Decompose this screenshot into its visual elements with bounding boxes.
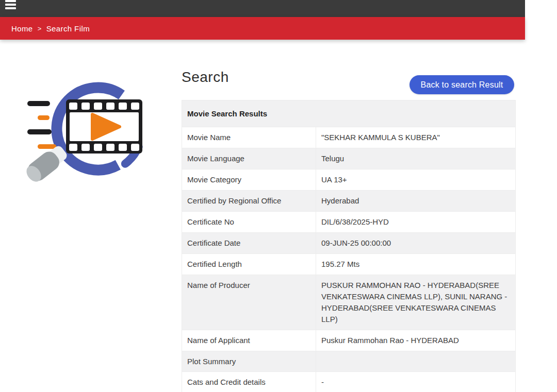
row-value: Telugu: [316, 148, 515, 169]
row-label: Certificate No: [182, 212, 316, 232]
hamburger-menu-icon[interactable]: [5, 0, 17, 10]
row-label: Movie Language: [182, 148, 316, 169]
row-value: [316, 351, 515, 361]
row-value: "SEKHAR KAMMULA S KUBERA": [316, 127, 515, 148]
row-value: PUSKUR RAMMOHAN RAO - HYDERABAD(SREE VEN…: [316, 275, 515, 330]
row-label: Certificate Date: [182, 233, 316, 253]
row-value: UA 13+: [316, 169, 515, 190]
table-row-plot-summary: Plot Summary: [182, 351, 515, 371]
table-row-producer: Name of Producer PUSKUR RAMMOHAN RAO - H…: [182, 275, 515, 330]
row-label: Cats and Credit details: [182, 372, 316, 392]
breadcrumb: Home > Search Film: [0, 17, 525, 40]
table-row-regional-office: Certified by Regional Office Hyderabad: [182, 190, 515, 211]
row-value: 09-JUN-25 00:00:00: [316, 233, 515, 253]
table-row-certified-length: Certified Length 195.27 Mts: [182, 253, 515, 275]
page-title: Search: [182, 69, 229, 86]
row-value: Puskur Rammohan Rao - HYDERABAD: [316, 330, 515, 351]
movie-search-results-table: Movie Search Results Movie Name "SEKHAR …: [182, 100, 516, 392]
chevron-right-icon: >: [38, 25, 42, 32]
table-row-applicant: Name of Applicant Puskur Rammohan Rao - …: [182, 330, 515, 351]
row-label: Certified Length: [182, 254, 316, 275]
row-label: Plot Summary: [182, 351, 316, 371]
table-row-cast-credit: Cats and Credit details -: [182, 371, 515, 392]
row-value: 195.27 Mts: [316, 254, 515, 275]
table-row-certificate-date: Certificate Date 09-JUN-25 00:00:00: [182, 232, 515, 253]
row-value: -: [316, 372, 515, 392]
back-to-search-result-button[interactable]: Back to search Result: [409, 75, 514, 94]
table-body: Movie Name "SEKHAR KAMMULA S KUBERA" Mov…: [182, 127, 515, 392]
breadcrumb-current-page: Search Film: [46, 24, 90, 33]
top-navbar: [0, 0, 525, 17]
table-row-movie-language: Movie Language Telugu: [182, 148, 515, 169]
row-label: Movie Name: [182, 127, 316, 148]
table-row-movie-name: Movie Name "SEKHAR KAMMULA S KUBERA": [182, 127, 515, 148]
page: Home > Search Film: [0, 0, 557, 392]
table-header: Movie Search Results: [182, 100, 515, 127]
row-label: Certified by Regional Office: [182, 191, 316, 211]
row-label: Name of Applicant: [182, 330, 316, 351]
row-value: Hyderabad: [316, 191, 515, 211]
row-label: Movie Category: [182, 169, 316, 190]
table-row-certificate-no: Certificate No DIL/6/38/2025-HYD: [182, 211, 515, 232]
breadcrumb-home-link[interactable]: Home: [11, 24, 33, 33]
row-value: DIL/6/38/2025-HYD: [316, 212, 515, 232]
row-label: Name of Producer: [182, 275, 316, 330]
table-row-movie-category: Movie Category UA 13+: [182, 169, 515, 190]
film-search-illustration-icon: [20, 76, 160, 190]
